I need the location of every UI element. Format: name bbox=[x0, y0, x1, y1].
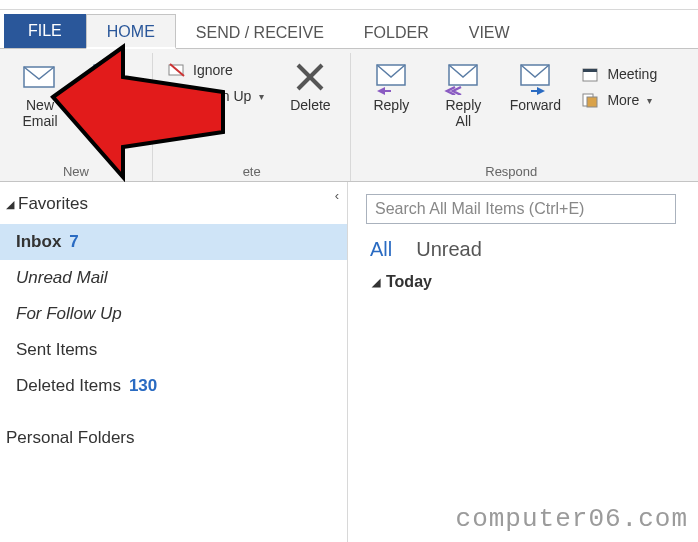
junk-icon bbox=[167, 113, 187, 131]
tab-file[interactable]: FILE bbox=[4, 14, 86, 48]
folder-label: Unread Mail bbox=[16, 268, 108, 288]
new-email-label: New Email bbox=[22, 97, 57, 129]
favorites-header[interactable]: ◢ Favorites bbox=[0, 190, 347, 224]
reply-label: Reply bbox=[373, 97, 409, 113]
ignore-button[interactable]: Ignore bbox=[163, 59, 268, 81]
more-label: More bbox=[607, 92, 639, 108]
personal-folders-label: Personal Folders bbox=[6, 428, 135, 448]
forward-label: Forward bbox=[510, 97, 561, 113]
cleanup-button[interactable]: Clean Up ▾ bbox=[163, 85, 268, 107]
cleanup-label: Clean Up bbox=[193, 88, 251, 104]
svg-line-8 bbox=[171, 117, 181, 127]
svg-point-3 bbox=[109, 82, 119, 92]
new-email-icon bbox=[20, 59, 60, 95]
folder-count: 130 bbox=[129, 376, 157, 396]
folder-sent-items[interactable]: Sent Items bbox=[0, 332, 347, 368]
delete-label: Delete bbox=[290, 97, 330, 113]
collapse-pane-icon[interactable]: ‹ bbox=[335, 188, 339, 203]
junk-button[interactable]: nk ▾ bbox=[163, 111, 268, 133]
reply-all-button[interactable]: Reply All bbox=[433, 57, 493, 131]
filter-all[interactable]: All bbox=[370, 238, 392, 261]
more-icon bbox=[581, 91, 601, 109]
ignore-label: Ignore bbox=[193, 62, 233, 78]
chevron-down-icon: ▾ bbox=[216, 117, 221, 128]
reply-button[interactable]: Reply bbox=[361, 57, 421, 115]
mail-list-pane: Search All Mail Items (Ctrl+E) All Unrea… bbox=[348, 182, 698, 542]
folder-deleted-items[interactable]: Deleted Items 130 bbox=[0, 368, 347, 404]
reply-all-label: Reply All bbox=[445, 97, 481, 129]
group-delete-label: ete bbox=[243, 162, 261, 179]
tab-view[interactable]: VIEW bbox=[449, 16, 530, 48]
new-items-label: New Ite bbox=[98, 97, 126, 129]
group-delete: Ignore Clean Up ▾ nk ▾ bbox=[153, 53, 351, 181]
tab-send-receive[interactable]: SEND / RECEIVE bbox=[176, 16, 344, 48]
group-respond-label: Respond bbox=[485, 162, 537, 179]
filter-unread[interactable]: Unread bbox=[416, 238, 482, 261]
date-group-label: Today bbox=[386, 273, 432, 291]
svg-rect-6 bbox=[175, 93, 185, 99]
date-group-today[interactable]: ◢ Today bbox=[366, 269, 688, 295]
reply-icon bbox=[371, 59, 411, 95]
meeting-label: Meeting bbox=[607, 66, 657, 82]
tab-folder[interactable]: FOLDER bbox=[344, 16, 449, 48]
folder-label: Deleted Items bbox=[16, 376, 121, 396]
group-new-label: New bbox=[63, 162, 89, 179]
delete-icon bbox=[290, 59, 330, 95]
personal-folders-header[interactable]: Personal Folders bbox=[0, 424, 347, 452]
group-new: New Email New Ite New bbox=[0, 53, 153, 181]
ribbon: New Email New Ite New Ignore bbox=[0, 48, 698, 182]
chevron-down-icon: ▾ bbox=[647, 95, 652, 106]
ignore-icon bbox=[167, 61, 187, 79]
folder-inbox[interactable]: Inbox 7 bbox=[0, 224, 347, 260]
new-items-button[interactable]: New Ite bbox=[82, 57, 142, 131]
folder-unread-mail[interactable]: Unread Mail bbox=[0, 260, 347, 296]
new-email-button[interactable]: New Email bbox=[10, 57, 70, 131]
content-area: ‹ ◢ Favorites Inbox 7 Unread Mail For Fo… bbox=[0, 182, 698, 542]
svg-rect-15 bbox=[583, 69, 597, 72]
reply-all-icon bbox=[443, 59, 483, 95]
folder-label: Inbox bbox=[16, 232, 61, 252]
filter-row: All Unread bbox=[366, 224, 688, 269]
collapse-triangle-icon: ◢ bbox=[6, 198, 14, 211]
favorites-label: Favorites bbox=[18, 194, 88, 214]
search-input[interactable]: Search All Mail Items (Ctrl+E) bbox=[366, 194, 676, 224]
new-items-icon bbox=[92, 59, 132, 95]
meeting-icon bbox=[581, 65, 601, 83]
folder-label: Sent Items bbox=[16, 340, 97, 360]
meeting-button[interactable]: Meeting bbox=[577, 63, 661, 85]
svg-rect-17 bbox=[587, 97, 597, 107]
delete-button[interactable]: Delete bbox=[280, 57, 340, 115]
folder-label: For Follow Up bbox=[16, 304, 122, 324]
group-respond: Reply Reply All Forward Meetin bbox=[351, 53, 671, 181]
forward-icon bbox=[515, 59, 555, 95]
junk-label: nk bbox=[193, 114, 208, 130]
chevron-down-icon: ▾ bbox=[259, 91, 264, 102]
cleanup-icon bbox=[167, 87, 187, 105]
folder-count: 7 bbox=[69, 232, 78, 252]
tab-home[interactable]: HOME bbox=[86, 14, 176, 49]
title-bar bbox=[0, 0, 698, 10]
collapse-triangle-icon: ◢ bbox=[372, 276, 380, 289]
more-button[interactable]: More ▾ bbox=[577, 89, 661, 111]
forward-button[interactable]: Forward bbox=[505, 57, 565, 115]
folder-pane: ‹ ◢ Favorites Inbox 7 Unread Mail For Fo… bbox=[0, 182, 348, 542]
folder-follow-up[interactable]: For Follow Up bbox=[0, 296, 347, 332]
ribbon-tabs: FILE HOME SEND / RECEIVE FOLDER VIEW bbox=[0, 10, 698, 48]
